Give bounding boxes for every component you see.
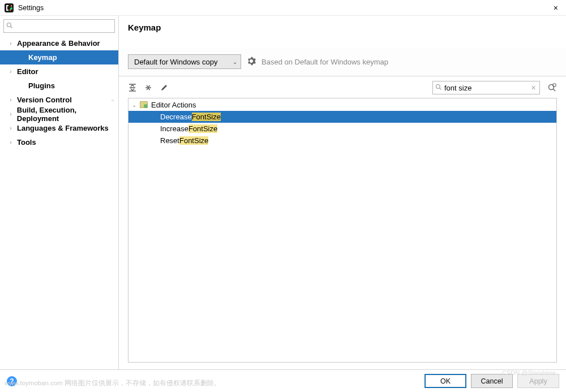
titlebar: Settings ×	[0, 0, 566, 16]
tree-label: Plugins	[28, 81, 55, 90]
ok-button[interactable]: OK	[424, 374, 466, 388]
actions-toolbar: ✕	[119, 76, 566, 98]
tree-item-appearance[interactable]: › Appearance & Behavior	[0, 36, 118, 50]
tree-label: Editor	[17, 67, 38, 76]
sidebar: › Appearance & Behavior › Keymap › Edito…	[0, 16, 119, 369]
tree-item-keymap[interactable]: › Keymap	[0, 50, 118, 64]
chevron-down-icon: ⌄	[132, 102, 136, 108]
clear-icon[interactable]: ✕	[530, 84, 537, 92]
find-by-shortcut-icon[interactable]	[547, 83, 557, 93]
highlight: Font	[192, 113, 207, 121]
chevron-right-icon: ›	[8, 111, 14, 117]
based-on-label: Based on Default for Windows keymap	[261, 58, 388, 66]
actions-search[interactable]: ✕	[432, 81, 540, 94]
app-icon	[5, 3, 14, 12]
tree-label: Build, Execution, Deployment	[17, 106, 118, 123]
collapse-all-icon[interactable]	[144, 83, 153, 92]
highlight: Size	[207, 113, 221, 121]
action-text-pre: Reset	[160, 136, 179, 145]
button-bar: ? OK Cancel Apply	[0, 369, 566, 392]
tree-item-languages[interactable]: › Languages & Frameworks	[0, 121, 118, 135]
apply-button: Apply	[517, 374, 559, 388]
svg-line-8	[440, 88, 441, 89]
svg-point-7	[436, 84, 440, 88]
chevron-right-icon: ›	[8, 40, 14, 46]
svg-line-10	[554, 89, 556, 92]
action-row-increase-font-size[interactable]: Increase Font Size	[128, 123, 556, 135]
tree-item-build[interactable]: › Build, Execution, Deployment	[0, 107, 118, 121]
actions-search-input[interactable]	[444, 84, 530, 92]
page-title: Keymap	[128, 23, 557, 32]
highlight: Size	[194, 136, 208, 145]
tree-label: Languages & Frameworks	[17, 124, 109, 132]
cancel-button[interactable]: Cancel	[471, 374, 513, 388]
tree-label: Version Control	[17, 96, 72, 104]
keymap-scheme-select[interactable]: Default for Windows copy ⌄	[128, 54, 241, 69]
expand-all-icon[interactable]	[128, 83, 137, 92]
edit-icon[interactable]	[160, 83, 169, 92]
content: › Appearance & Behavior › Keymap › Edito…	[0, 16, 566, 369]
tree-label: Keymap	[28, 53, 57, 62]
chevron-right-icon: ›	[8, 125, 14, 131]
gear-icon[interactable]	[247, 57, 256, 67]
highlight: Font	[188, 124, 203, 133]
action-group[interactable]: ⌄ Editor Actions	[128, 98, 556, 111]
action-text-pre: Decrease	[160, 113, 192, 121]
tree-label: Appearance & Behavior	[17, 39, 100, 48]
tree-item-version-control[interactable]: › Version Control ▫	[0, 93, 118, 107]
settings-tree: › Appearance & Behavior › Keymap › Edito…	[0, 35, 118, 369]
sidebar-search[interactable]	[3, 19, 115, 33]
sidebar-search-input[interactable]	[14, 22, 112, 30]
tree-label: Tools	[17, 138, 36, 147]
window-title: Settings	[18, 4, 550, 12]
main-header: Keymap	[119, 16, 566, 49]
highlight: Font	[179, 136, 194, 145]
help-icon[interactable]: ?	[7, 376, 17, 386]
highlight: Size	[203, 124, 217, 133]
group-label: Editor Actions	[151, 101, 196, 109]
svg-point-2	[7, 23, 11, 27]
tree-item-tools[interactable]: › Tools	[0, 135, 118, 149]
folder-icon	[140, 101, 148, 108]
close-icon[interactable]: ×	[550, 3, 561, 12]
keymap-bar: Default for Windows copy ⌄ Based on Defa…	[119, 49, 566, 76]
svg-line-3	[11, 26, 12, 28]
chevron-right-icon: ›	[8, 68, 14, 75]
keymap-scheme-value: Default for Windows copy	[134, 58, 217, 66]
svg-point-1	[10, 7, 12, 10]
tree-item-plugins[interactable]: › Plugins	[0, 79, 118, 93]
tree-item-editor[interactable]: › Editor	[0, 64, 118, 79]
search-icon	[435, 84, 442, 92]
chevron-down-icon: ⌄	[233, 59, 237, 65]
search-icon	[6, 22, 13, 31]
action-row-decrease-font-size[interactable]: Decrease Font Size	[128, 111, 556, 123]
chevron-right-icon: ›	[8, 97, 14, 103]
main-panel: Keymap Default for Windows copy ⌄ Based …	[119, 16, 566, 369]
scope-icon: ▫	[112, 97, 114, 104]
action-text-pre: Increase	[160, 124, 188, 133]
chevron-right-icon: ›	[8, 139, 14, 145]
action-row-reset-font-size[interactable]: Reset Font Size	[128, 135, 556, 147]
actions-tree[interactable]: ⌄ Editor Actions Decrease Font Size Incr…	[128, 98, 557, 363]
